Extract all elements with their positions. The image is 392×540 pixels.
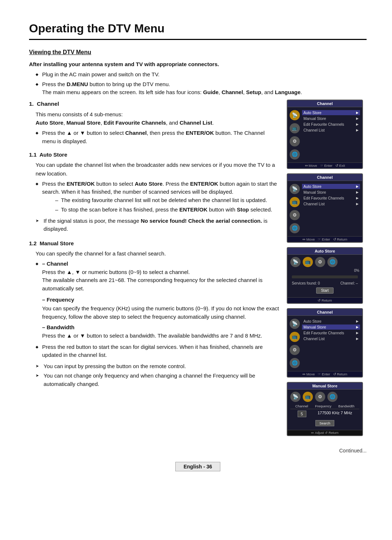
menu-row-channel-list: Channel List▶	[302, 128, 360, 133]
frequency-section: – Frequency You can specify the frequenc…	[29, 295, 279, 321]
icon-s4-4: 🌐	[290, 358, 300, 368]
ms-freq-val: 177500 KHz 7 MHz	[318, 411, 352, 417]
icon-as-2: 📺	[303, 257, 313, 267]
continued-text: Continued...	[29, 447, 367, 455]
red-button-bullet: Press the red button to start the scan f…	[36, 343, 279, 359]
main-menu-desc: The main menu appears on the screen. Its…	[42, 89, 302, 95]
icon-ms-3: ⚙	[315, 392, 325, 402]
search-button: Search	[315, 420, 334, 426]
section-1-2-desc: You can specify the channel for a fast c…	[29, 249, 279, 258]
ms-col-channel: Channel	[295, 404, 308, 408]
icon-ms-1: 📡	[290, 392, 301, 402]
menu-row-edit-fav: Edit Favourite Channels▶	[302, 122, 360, 127]
menu-row-auto-store: Auto Store▶	[302, 110, 360, 115]
intro-bullets: Plug in the AC main power and switch on …	[29, 70, 367, 97]
footer-badge: English - 36	[29, 463, 367, 477]
menu-row-auto-4: Auto Store▶	[302, 319, 360, 324]
ms-col-freq: Frequency	[315, 404, 331, 408]
progress-percent: 0%	[354, 269, 359, 273]
channel-dash: Channel: –	[340, 281, 358, 285]
section-1-2: 1.2 Manual Store You can specify the cha…	[29, 239, 279, 388]
arrow-frequency: You can not change only frequency and wh…	[36, 372, 279, 388]
dash-1: The existing favourite channel list will…	[55, 196, 279, 205]
section-1-1-bullet1: Press the ENTER/OK button to select Auto…	[36, 180, 279, 214]
screen-2: Channel 📡 📺 ⚙ 🌐 Auto Store▶ Manual Store…	[287, 173, 363, 243]
section-1-1-dashes: The existing favourite channel list will…	[42, 196, 279, 214]
section-1-1: 1.1 Auto Store You can update the channe…	[29, 150, 279, 233]
section-1-2-bullets: – Channel Press the ▲, ▼ or numeric butt…	[29, 260, 279, 293]
icon-as-1: 📡	[290, 257, 301, 267]
main-content: 1. Channel This menu consists of 4 sub-m…	[29, 100, 367, 436]
section-1-1-bullets: Press the ENTER/OK button to select Auto…	[29, 180, 279, 214]
icon-channel: 📺	[290, 123, 300, 133]
menu-row-channel-list-2: Channel List▶	[302, 201, 360, 206]
icon-language: 🌐	[290, 149, 300, 160]
section-1-bullet: Press the ▲ or ▼ button to select Channe…	[36, 129, 279, 145]
screen-1: Channel 📡 📺 ⚙ 🌐 Auto Store▶ Manual Store…	[287, 100, 363, 169]
screen-5: Manual Store 📡 📺 ⚙ 🌐 Channel Frequency B…	[287, 382, 363, 436]
section-1-desc: This menu consists of 4 sub-menus: Auto …	[29, 110, 279, 127]
bandwidth-section: – Bandwidth Press the ▲ or ▼ button to s…	[29, 323, 279, 340]
section-1-bullets: Press the ▲ or ▼ button to select Channe…	[29, 129, 279, 145]
start-button: Start	[316, 287, 333, 294]
ms-values: 5 177500 KHz 7 MHz	[290, 409, 359, 419]
ms-col-bw: Bandwidth	[338, 404, 354, 408]
menu-row-cl-4: Channel List▶	[302, 336, 360, 341]
icon-setup: ⚙	[290, 136, 300, 146]
section-1-2-title: 1.2 Manual Store	[29, 239, 279, 247]
section-1-1-desc: You can update the channel list when the…	[29, 161, 279, 178]
screen-1-menu: Auto Store▶ Manual Store▶ Edit Favourite…	[301, 109, 361, 161]
menu-row-auto-store-2: Auto Store▶	[302, 184, 360, 189]
page-title: Operating the DTV Menu	[29, 22, 367, 40]
menu-row-edit-4: Edit Favourite Channels▶	[302, 330, 360, 335]
section-1-2-red: Press the red button to start the scan f…	[29, 343, 279, 359]
icon-ms-2: 📺	[303, 392, 313, 402]
icon-channel-2: 📺	[290, 197, 300, 207]
icon-as-3: ⚙	[315, 257, 325, 267]
screen-1-title: Channel	[287, 100, 362, 107]
screen-2-title: Channel	[287, 174, 362, 181]
arrow-1: If the signal status is poor, the messag…	[36, 217, 279, 233]
icon-language-2: 🌐	[290, 223, 300, 233]
icon-guide: 📡	[290, 110, 300, 120]
menu-row-manual-4: Manual Store▶	[302, 325, 360, 330]
section-1-1-arrows: If the signal status is poor, the messag…	[29, 217, 279, 233]
screen-3-title: Auto Store	[287, 248, 362, 255]
ms-channel-val: 5	[298, 411, 306, 417]
icon-s4-2: 📺	[290, 332, 300, 342]
section-1-title: 1. Channel	[29, 100, 279, 108]
screens-column: Channel 📡 📺 ⚙ 🌐 Auto Store▶ Manual Store…	[287, 100, 367, 436]
screen-5-footer: ⇔ Adjust ↺ Return	[287, 430, 362, 435]
section-1: 1. Channel This menu consists of 4 sub-m…	[29, 100, 279, 146]
section-1-2-arrows: You can input by pressing the button on …	[29, 362, 279, 388]
intro-bold: After installing your antenna system and…	[29, 60, 367, 68]
services-found-row: Services found: 0 Channel: –	[290, 281, 359, 286]
icon-ms-4: 🌐	[327, 392, 338, 402]
menu-row-manual-store: Manual Store▶	[302, 116, 360, 121]
screen-3: Auto Store 📡 📺 ⚙ 🌐 0% Services found: 0 …	[287, 247, 363, 304]
menu-row-manual-store-2: Manual Store▶	[302, 190, 360, 195]
icon-guide-2: 📡	[290, 184, 300, 194]
bullet-power: Plug in the AC main power and switch on …	[36, 70, 367, 79]
screen-2-footer: ⇔ Move☞ Enter↺ Return	[287, 236, 362, 242]
screen-5-title: Manual Store	[287, 383, 362, 390]
icon-setup-2: ⚙	[290, 210, 300, 220]
bullet-dmenu: Press the D.MENU button to bring up the …	[36, 80, 367, 97]
screen-4-icons: 📡 📺 ⚙ 🌐	[289, 317, 301, 370]
icon-as-4: 🌐	[327, 257, 338, 267]
screen-4: Channel 📡 📺 ⚙ 🌐 Auto Store▶ Manual Store…	[287, 308, 363, 378]
screen-3-footer: ↺ Return	[287, 297, 362, 303]
text-column: 1. Channel This menu consists of 4 sub-m…	[29, 100, 279, 436]
screen-4-title: Channel	[287, 309, 362, 316]
menu-row-edit-fav-2: Edit Favourite Channels▶	[302, 196, 360, 201]
dash-2: To stop the scan before it has finished,…	[55, 206, 279, 214]
services-found: Services found: 0	[292, 281, 320, 285]
screen-1-footer: ⇔ Move☞ Enter↺ Exit	[287, 162, 362, 168]
footer-label: English - 36	[175, 462, 221, 471]
screen-4-menu: Auto Store▶ Manual Store▶ Edit Favourite…	[301, 317, 361, 370]
icon-s4-3: ⚙	[290, 345, 300, 355]
progress-bar	[292, 275, 358, 278]
screen-1-icons: 📡 📺 ⚙ 🌐	[289, 109, 301, 161]
screen-4-footer: ⇔ Move☞ Enter↺ Return	[287, 371, 362, 377]
screen-2-icons: 📡 📺 ⚙ 🌐	[289, 182, 301, 235]
